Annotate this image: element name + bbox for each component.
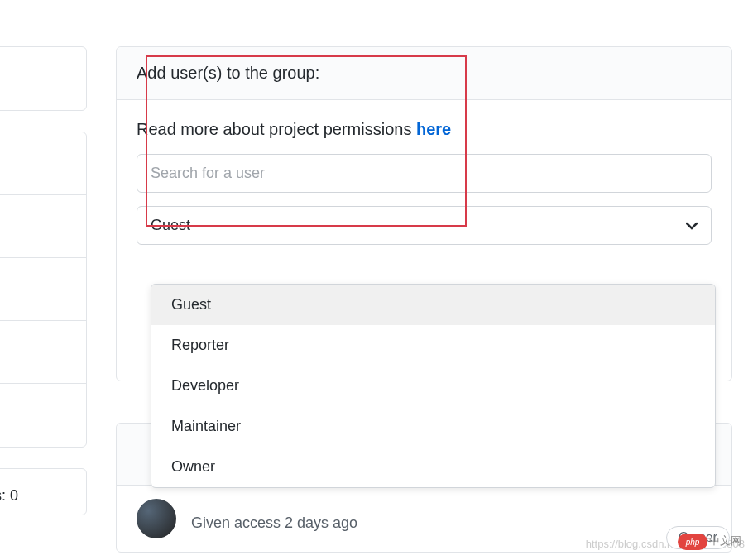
permissions-text: Read more about project permissions — [137, 120, 416, 138]
role-dropdown-list: Guest Reporter Developer Maintainer Owne… — [151, 284, 716, 488]
role-selected-value: Guest — [151, 217, 190, 234]
top-divider — [0, 12, 746, 12]
card-title: Add user(s) to the group: — [137, 64, 712, 83]
user-avatar[interactable] — [137, 499, 176, 538]
user-search-input[interactable] — [137, 154, 712, 193]
watermark-cn: 中文网 — [709, 534, 741, 548]
role-option-guest[interactable]: Guest — [151, 285, 715, 325]
left-row[interactable] — [0, 258, 86, 321]
left-row[interactable] — [0, 132, 86, 195]
left-row[interactable] — [0, 321, 86, 384]
left-card-3: cts: 0 — [0, 468, 87, 515]
permissions-info: Read more about project permissions here — [137, 120, 712, 139]
role-select-dropdown[interactable]: Guest — [137, 206, 712, 245]
role-option-maintainer[interactable]: Maintainer — [151, 406, 715, 447]
card-header: Add user(s) to the group: — [117, 47, 731, 100]
role-option-reporter[interactable]: Reporter — [151, 325, 715, 366]
left-card-2 — [0, 132, 87, 448]
left-row[interactable] — [0, 384, 86, 447]
php-logo-icon: php — [678, 534, 707, 550]
member-info: Given access 2 days ago — [191, 506, 712, 532]
member-access-time: Given access 2 days ago — [191, 515, 712, 532]
project-count-label: cts: 0 — [0, 479, 79, 505]
left-row[interactable] — [0, 195, 86, 258]
role-option-developer[interactable]: Developer — [151, 366, 715, 406]
left-row[interactable] — [0, 47, 86, 110]
chevron-down-icon — [686, 219, 698, 232]
left-sidebar: cts: 0 — [0, 46, 87, 536]
role-option-owner[interactable]: Owner — [151, 447, 715, 487]
permissions-link[interactable]: here — [416, 120, 451, 138]
left-card-1 — [0, 46, 87, 111]
